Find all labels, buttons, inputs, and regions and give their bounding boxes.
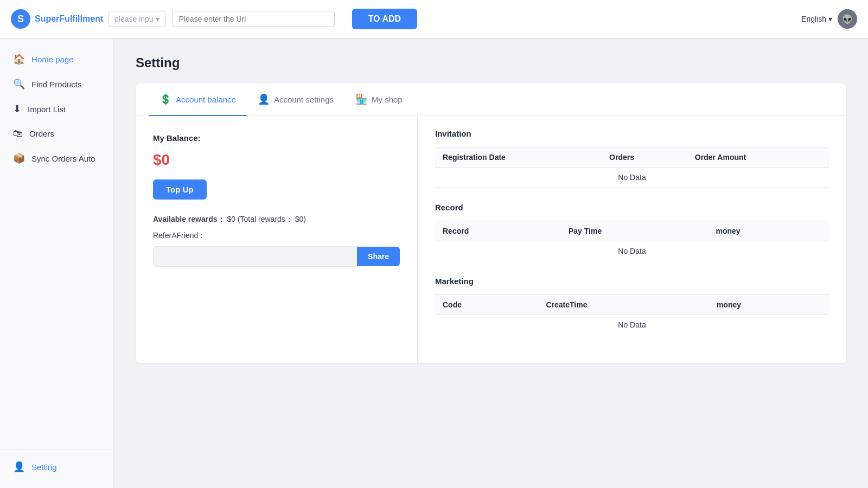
share-button[interactable]: Share: [357, 247, 400, 266]
record-col-money: money: [708, 221, 829, 241]
logo-icon: S: [11, 9, 30, 29]
chevron-down-icon: ▾: [156, 15, 159, 23]
rewards-row: Available rewards： $0 (Total rewards： $0…: [153, 215, 400, 224]
marketing-col-code: Code: [435, 295, 538, 315]
avatar[interactable]: 👽: [838, 9, 857, 29]
invitation-col-order-amount: Order Amount: [687, 147, 829, 168]
invitation-col-orders: Orders: [602, 147, 687, 168]
sidebar-item-home[interactable]: 🏠 Home page: [0, 47, 113, 72]
sidebar-item-setting[interactable]: 👤 Setting: [0, 454, 113, 479]
header: S SuperFulfillment please inpu ▾ TO ADD …: [0, 0, 868, 38]
record-no-data: No Data: [435, 241, 829, 261]
sidebar-label-sync-orders: Sync Orders Auto: [31, 154, 95, 163]
home-icon: 🏠: [13, 53, 25, 65]
setting-icon: 👤: [13, 461, 25, 473]
invitation-col-registration-date: Registration Date: [435, 147, 602, 168]
search-icon: 🔍: [13, 78, 25, 90]
marketing-no-data: No Data: [435, 315, 829, 335]
invitation-table: Registration Date Orders Order Amount No…: [435, 147, 829, 188]
balance-label: My Balance:: [153, 133, 400, 143]
rewards-value: $0: [227, 215, 235, 223]
language-label: English: [801, 15, 826, 23]
sidebar-label-home: Home page: [31, 55, 74, 64]
rewards-label: Available rewards：: [153, 215, 225, 223]
invitation-title: Invitation: [435, 129, 829, 138]
marketing-section: Marketing Code CreateTime money: [435, 277, 829, 335]
invitation-no-data: No Data: [435, 168, 829, 188]
record-col-record: Record: [435, 221, 561, 241]
sidebar-label-orders: Orders: [29, 129, 54, 138]
account-icon: 👤: [258, 93, 270, 105]
tab-my-shop[interactable]: 🏪 My shop: [344, 84, 413, 116]
lang-chevron-icon: ▾: [828, 15, 832, 23]
record-title: Record: [435, 203, 829, 212]
rewards-total-value: $0): [295, 215, 306, 223]
rewards-total-label: (Total rewards：: [238, 215, 293, 223]
marketing-col-create-time: CreateTime: [538, 295, 709, 315]
right-panel: Invitation Registration Date Orders Orde…: [418, 116, 846, 363]
logo: S SuperFulfillment: [11, 9, 108, 29]
settings-card: 💲 Account balance 👤 Account settings 🏪 M…: [136, 84, 846, 363]
refer-input[interactable]: [153, 246, 357, 267]
to-add-button[interactable]: TO ADD: [352, 9, 417, 29]
marketing-table: Code CreateTime money No Data: [435, 294, 829, 335]
sidebar-bottom: 👤 Setting: [0, 450, 113, 479]
sidebar-item-find-products[interactable]: 🔍 Find Products: [0, 72, 113, 97]
language-selector[interactable]: English ▾: [801, 15, 832, 23]
sidebar-item-orders[interactable]: 🛍 Orders: [0, 121, 113, 146]
sidebar-item-import-list[interactable]: ⬇ Import List: [0, 97, 113, 121]
shop-icon: 🏪: [355, 93, 367, 105]
sidebar-label-setting: Setting: [31, 463, 57, 472]
balance-amount: $0: [153, 151, 400, 169]
refer-input-row: Share: [153, 246, 400, 267]
tab-label-account-settings: Account settings: [274, 95, 334, 104]
import-icon: ⬇: [13, 103, 21, 115]
tab-content: My Balance: $0 Top Up Available rewards：…: [136, 116, 846, 363]
sidebar-label-import-list: Import List: [28, 105, 66, 114]
product-input-select[interactable]: please inpu ▾: [108, 11, 165, 27]
left-panel: My Balance: $0 Top Up Available rewards：…: [136, 116, 418, 363]
tab-account-settings[interactable]: 👤 Account settings: [247, 84, 344, 116]
sync-icon: 📦: [13, 152, 25, 164]
refer-label: ReferAFriend：: [153, 231, 206, 240]
tab-account-balance[interactable]: 💲 Account balance: [149, 84, 247, 116]
page-title: Setting: [136, 55, 846, 70]
input-select-text: please inpu: [114, 15, 154, 23]
top-up-button[interactable]: Top Up: [153, 179, 207, 200]
invitation-section: Invitation Registration Date Orders Orde…: [435, 129, 829, 188]
record-table: Record Pay Time money No Data: [435, 221, 829, 261]
tab-label-account-balance: Account balance: [176, 95, 236, 104]
sidebar-item-sync-orders[interactable]: 📦 Sync Orders Auto: [0, 146, 113, 171]
main-content: Setting 💲 Account balance 👤 Account sett…: [114, 38, 868, 488]
sidebar: 🏠 Home page 🔍 Find Products ⬇ Import Lis…: [0, 38, 114, 488]
record-section: Record Record Pay Time money: [435, 203, 829, 261]
header-inputs: please inpu ▾ TO ADD: [108, 9, 801, 29]
url-input[interactable]: [172, 11, 335, 27]
balance-icon: 💲: [159, 93, 171, 105]
layout: 🏠 Home page 🔍 Find Products ⬇ Import Lis…: [0, 0, 868, 488]
logo-text: SuperFulfillment: [35, 14, 103, 24]
refer-row: ReferAFriend：: [153, 231, 400, 241]
marketing-title: Marketing: [435, 277, 829, 286]
sidebar-label-find-products: Find Products: [31, 80, 82, 89]
orders-icon: 🛍: [13, 128, 23, 139]
tab-bar: 💲 Account balance 👤 Account settings 🏪 M…: [136, 84, 846, 116]
header-right: English ▾ 👽: [801, 9, 857, 29]
marketing-col-money: money: [709, 295, 829, 315]
tab-label-my-shop: My shop: [372, 95, 403, 104]
record-col-pay-time: Pay Time: [561, 221, 709, 241]
